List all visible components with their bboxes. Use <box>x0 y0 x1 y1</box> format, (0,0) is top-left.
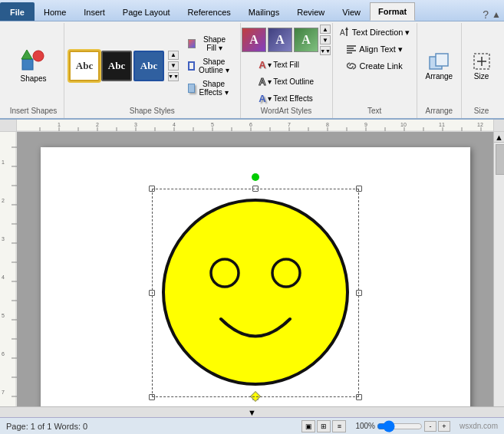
view-fullscreen-btn[interactable]: ⊞ <box>317 420 331 432</box>
status-right: ▣ ⊞ ≡ 100% - + wsxdn.com <box>301 420 498 432</box>
vertical-scrollbar[interactable]: ▲ ▼ <box>493 132 504 406</box>
text-effects-btn[interactable]: A ▾ Text Effects <box>255 90 318 107</box>
svg-text:10: 10 <box>400 122 407 127</box>
wordart-styles-group: A A A ▲ ▼ ▼▼ A ▾ Text Fill A <box>241 23 333 118</box>
status-bar: Page: 1 of 1 Words: 0 ▣ ⊞ ≡ 100% - + wsx… <box>0 417 504 434</box>
size-icon <box>471 51 492 72</box>
smiley-shape[interactable] <box>156 192 355 393</box>
wordart-scroll-up[interactable]: ▲ <box>320 25 331 34</box>
tab-insert[interactable]: Insert <box>75 2 114 21</box>
svg-text:A: A <box>340 28 345 37</box>
yellow-diamond-handle[interactable] <box>249 391 260 402</box>
style-scroll-down[interactable]: ▼ <box>168 61 179 71</box>
tab-bar: File Home Insert Page Layout References … <box>0 0 504 21</box>
svg-text:6: 6 <box>2 351 5 357</box>
svg-text:3: 3 <box>134 122 137 127</box>
svg-text:8: 8 <box>326 122 329 127</box>
svg-text:7: 7 <box>288 122 291 127</box>
shape-styles-group: Abc Abc Abc ▲ ▼ ▼▼ Shape Fill ▾ <box>64 23 241 118</box>
style-black[interactable]: Abc <box>101 51 132 81</box>
arrange-group: Arrange Arrange <box>417 23 463 118</box>
zoom-out-btn[interactable]: - <box>424 421 436 432</box>
style-scroll: ▲ ▼ ▼▼ <box>168 51 179 81</box>
shape-outline-btn[interactable]: Shape Outline ▾ <box>184 55 236 77</box>
zoom-slider[interactable] <box>377 422 423 430</box>
svg-text:1: 1 <box>58 122 61 127</box>
svg-text:5: 5 <box>2 313 5 318</box>
view-buttons: ▣ ⊞ ≡ <box>301 420 346 432</box>
tab-home[interactable]: Home <box>35 2 74 21</box>
text-fill-btn[interactable]: A ▾ Text Fill <box>255 57 318 73</box>
wordart-scroll-more[interactable]: ▼▼ <box>320 46 331 55</box>
view-print-btn[interactable]: ▣ <box>301 420 315 432</box>
wordart-style-2[interactable]: A <box>268 28 292 52</box>
handle-top-left[interactable] <box>149 186 155 192</box>
svg-text:11: 11 <box>439 122 445 127</box>
svg-text:2: 2 <box>96 122 99 127</box>
tab-references[interactable]: References <box>180 2 239 21</box>
svg-marker-5 <box>345 27 348 30</box>
handle-bot-left[interactable] <box>149 394 155 400</box>
handle-top-center[interactable] <box>252 186 259 192</box>
shape-fill-icon <box>188 39 196 48</box>
handle-top-right[interactable] <box>356 186 362 192</box>
document-page <box>41 147 470 406</box>
status-info: Page: 1 of 1 Words: 0 <box>6 422 87 431</box>
svg-text:6: 6 <box>249 122 252 127</box>
align-text-btn[interactable]: Align Text ▾ <box>342 41 407 57</box>
handle-mid-right[interactable] <box>356 290 362 296</box>
rotate-handle[interactable] <box>252 173 259 181</box>
tab-file[interactable]: File <box>0 2 35 21</box>
shape-effects-btn[interactable]: Shape Effects ▾ <box>184 77 236 99</box>
smiley-svg <box>156 192 355 392</box>
size-group: Size Size <box>462 23 501 118</box>
style-blue[interactable]: Abc <box>133 51 164 81</box>
help-icon[interactable]: ? <box>483 8 489 21</box>
shapes-button[interactable]: Shapes <box>16 45 51 86</box>
shape-outline-icon <box>188 61 195 71</box>
align-text-icon <box>346 44 357 54</box>
scroll-thumb[interactable] <box>496 144 504 175</box>
zoom-in-btn[interactable]: + <box>438 421 450 432</box>
handle-bot-right[interactable] <box>356 394 362 400</box>
text-effects-a-icon: A <box>259 93 265 104</box>
wordart-style-3[interactable]: A <box>294 28 318 52</box>
svg-text:1: 1 <box>2 159 5 165</box>
doc-row: 1 2 3 4 5 6 <box>0 132 504 406</box>
style-scroll-up[interactable]: ▲ <box>168 51 179 60</box>
watermark: wsxdn.com <box>460 422 498 430</box>
svg-rect-11 <box>436 54 448 66</box>
vertical-ruler: 1 2 3 4 5 6 <box>0 132 17 406</box>
handle-mid-left[interactable] <box>149 290 155 296</box>
tab-view[interactable]: View <box>334 2 369 21</box>
style-boxes: Abc Abc Abc <box>69 51 164 81</box>
scroll-up-btn[interactable]: ▲ <box>494 132 504 143</box>
view-web-btn[interactable]: ≡ <box>332 420 346 432</box>
text-direction-btn[interactable]: A Text Direction ▾ <box>335 25 414 40</box>
svg-text:5: 5 <box>211 122 214 127</box>
text-label: Text <box>367 107 381 117</box>
shape-fill-btn[interactable]: Shape Fill ▾ <box>184 33 236 54</box>
svg-text:4: 4 <box>2 275 5 280</box>
svg-point-1 <box>33 51 44 61</box>
wordart-scroll-down[interactable]: ▼ <box>320 35 331 44</box>
wordart-style-1[interactable]: A <box>242 28 266 52</box>
style-scroll-more[interactable]: ▼▼ <box>168 72 179 81</box>
link-icon <box>346 61 357 71</box>
minimize-ribbon-icon[interactable]: ▲ <box>492 9 501 20</box>
svg-text:2: 2 <box>2 198 5 203</box>
tab-format[interactable]: Format <box>370 2 415 21</box>
text-outline-btn[interactable]: A ▾ Text Outline <box>255 74 318 90</box>
arrange-btn[interactable]: Arrange <box>420 48 460 84</box>
tab-review[interactable]: Review <box>288 2 333 21</box>
svg-text:4: 4 <box>173 122 176 127</box>
arrange-icon <box>428 51 450 72</box>
create-link-btn[interactable]: Create Link <box>342 58 406 74</box>
svg-marker-2 <box>21 50 32 59</box>
size-btn[interactable]: Size <box>465 48 499 84</box>
tab-page-layout[interactable]: Page Layout <box>114 2 179 21</box>
style-white[interactable]: Abc <box>69 51 100 81</box>
ruler-corner <box>0 120 17 132</box>
tab-mailings[interactable]: Mailings <box>240 2 288 21</box>
text-direction-icon: A <box>339 27 350 38</box>
